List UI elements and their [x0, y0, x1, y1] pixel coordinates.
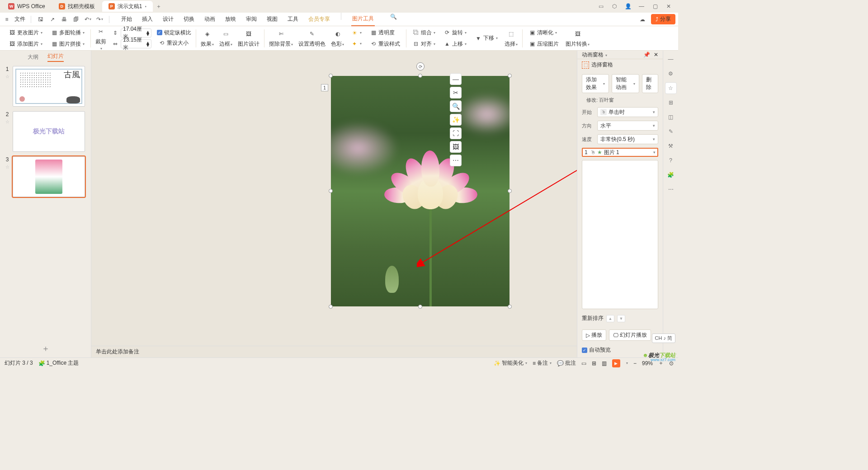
cube-icon[interactable]: ⬡ [610, 2, 618, 10]
rail-adjust-icon[interactable]: ⚙ [665, 68, 677, 80]
tab-tools[interactable]: 工具 [287, 13, 299, 26]
notes-button[interactable]: ≡ 备注▾ [533, 359, 552, 367]
float-more-icon[interactable]: ⋯ [450, 155, 462, 166]
search-icon[interactable]: 🔍 [389, 13, 397, 21]
animation-list-item[interactable]: 1 🖱 ★ 图片 1 [582, 148, 658, 157]
outline-tab[interactable]: 大纲 [28, 53, 38, 61]
resize-handle[interactable] [329, 74, 333, 78]
tab-design[interactable]: 设计 [162, 13, 175, 26]
close-pane-icon[interactable]: ✕ [654, 52, 658, 58]
play-slideshow-button[interactable]: ▶ [612, 359, 620, 367]
comments-button[interactable]: 💬 批注 [557, 359, 576, 367]
border-button[interactable]: ▭边框▾ [217, 28, 235, 49]
resize-handle[interactable] [508, 305, 512, 309]
rail-resource-icon[interactable]: ⚒ [665, 140, 677, 152]
tab-picture-tools[interactable]: 图片工具 [351, 13, 375, 26]
lock-ratio-checkbox[interactable]: ✓ [157, 30, 162, 35]
smart-anim-button[interactable]: 智能动画▾ [612, 74, 639, 93]
pin-icon[interactable]: 📌 [643, 52, 650, 58]
notes-bar[interactable]: 单击此处添加备注 [91, 346, 577, 357]
select-button[interactable]: ⬚选择▾ [502, 28, 520, 49]
file-menu[interactable]: 文件 [14, 15, 25, 23]
rail-collapse-icon[interactable]: — [665, 53, 677, 65]
width-input[interactable]: 13.15厘米▴▾ [121, 39, 151, 48]
combine-button[interactable]: ⿻组合▾ [411, 28, 437, 38]
rail-plugin-icon[interactable]: 🧩 [665, 169, 677, 181]
rail-transition-icon[interactable]: ◫ [665, 111, 677, 123]
resize-handle[interactable] [418, 74, 422, 78]
crop-button[interactable]: ✂裁剪▾ [93, 25, 109, 52]
float-minus-icon[interactable]: — [450, 73, 462, 85]
tab-insert[interactable]: 插入 [141, 13, 154, 26]
tab-document[interactable]: P 演示文稿1 • [102, 1, 153, 12]
rail-layout-icon[interactable]: ⊞ [665, 97, 677, 108]
share-button[interactable]: ⤴ 分享 [651, 14, 675, 24]
float-replace-icon[interactable]: 🖼 [450, 141, 462, 153]
slides-tab[interactable]: 幻灯片 [47, 52, 64, 62]
move-up-button[interactable]: ▲上移▾ [442, 39, 468, 49]
pic-convert-button[interactable]: 🖼图片转换▾ [563, 28, 592, 49]
add-slide-button[interactable]: ＋ [0, 339, 91, 357]
pic-design-button[interactable]: 🖼图片设计 [235, 28, 262, 49]
tab-start[interactable]: 开始 [120, 13, 133, 26]
tab-review[interactable]: 审阅 [245, 13, 258, 26]
animation-badge[interactable]: 1 [321, 84, 328, 91]
rotate-button[interactable]: ⟳旋转▾ [442, 28, 468, 38]
tab-wps-home[interactable]: W WPS Office [2, 1, 52, 12]
tab-close-icon[interactable]: • [145, 4, 146, 9]
animation-list[interactable] [582, 160, 658, 309]
preview-icon[interactable]: 🗐 [72, 15, 80, 24]
slide-canvas[interactable]: ⟳ 1 — ✂ 🔍 ✨ [91, 51, 577, 346]
resize-handle[interactable] [508, 189, 512, 193]
resize-handle[interactable] [418, 305, 422, 309]
resize-handle[interactable] [329, 189, 333, 193]
new-tab-button[interactable]: ＋ [154, 1, 164, 11]
tab-templates[interactable]: D 找稻壳模板 [52, 1, 101, 12]
resize-handle[interactable] [329, 305, 333, 309]
maximize-icon[interactable]: ▢ [651, 2, 659, 10]
add-effect-button[interactable]: 添加效果▾ [582, 74, 609, 93]
rail-help-icon[interactable]: ? [665, 155, 677, 166]
cloud-icon[interactable]: ☁ [638, 15, 646, 24]
selected-image[interactable]: ⟳ 1 [331, 76, 509, 306]
speed-select[interactable]: 非常快(0.5 秒) [597, 134, 658, 144]
chevron-down-icon[interactable]: ▾ [605, 53, 607, 57]
select-window-button[interactable]: ⬚ 选择窗格 [577, 59, 663, 70]
print-icon[interactable]: 🖶 [60, 15, 68, 24]
zoom-out-icon[interactable]: − [633, 360, 637, 367]
delete-button[interactable]: 删除 [642, 74, 658, 93]
float-crop-icon[interactable]: ✂ [450, 87, 462, 99]
export-icon[interactable]: ↗ [48, 15, 57, 24]
close-icon[interactable]: ✕ [665, 2, 673, 10]
slide-thumb-2[interactable]: 2☆ 极光下载站 [5, 111, 86, 152]
window-multi-icon[interactable]: ▭ [597, 2, 605, 10]
insert-picture-button[interactable]: 🖼添加图片▾ [7, 39, 44, 49]
view-sorter-icon[interactable]: ⊞ [592, 360, 596, 367]
float-zoom-icon[interactable]: 🔍 [450, 100, 462, 112]
tab-transition[interactable]: 切换 [183, 13, 195, 26]
rail-more-icon[interactable]: ⋯ [665, 183, 677, 195]
menu-icon[interactable]: ≡ [3, 15, 11, 24]
transparency-button[interactable]: ▦透明度 [368, 28, 401, 38]
redo-icon[interactable]: ↷▾ [95, 15, 104, 24]
float-fit-icon[interactable]: ⛶ [450, 127, 462, 139]
view-normal-icon[interactable]: ▭ [581, 360, 586, 367]
rail-design-icon[interactable]: ✎ [665, 126, 677, 137]
contrast-button[interactable]: ✦▾ [349, 39, 363, 48]
tab-slideshow[interactable]: 放映 [224, 13, 237, 26]
start-select[interactable]: 🖱单击时 [597, 107, 658, 117]
brightness-button[interactable]: ☀▾ [349, 28, 363, 38]
move-down-button[interactable]: ▼ [617, 315, 625, 322]
minimize-icon[interactable]: — [637, 2, 646, 10]
slide-thumb-1[interactable]: 1☆ 古風 [5, 66, 86, 107]
multi-rotate-button[interactable]: ▦多图轮播▾ [49, 28, 86, 38]
slide-thumb-3[interactable]: 3☆ [5, 156, 86, 197]
move-down-button[interactable]: ▼下移▾ [473, 33, 499, 43]
user-avatar[interactable]: 👤 [624, 2, 632, 10]
compress-button[interactable]: ▣压缩图片 [527, 39, 560, 49]
direction-select[interactable]: 水平 [597, 121, 658, 131]
change-picture-button[interactable]: 🖼更改图片▾ [7, 28, 44, 38]
view-reading-icon[interactable]: ▥ [602, 360, 607, 367]
effects-button[interactable]: ◈效果▾ [198, 28, 217, 49]
remove-bg-button[interactable]: ✄抠除背景▾ [266, 28, 296, 49]
